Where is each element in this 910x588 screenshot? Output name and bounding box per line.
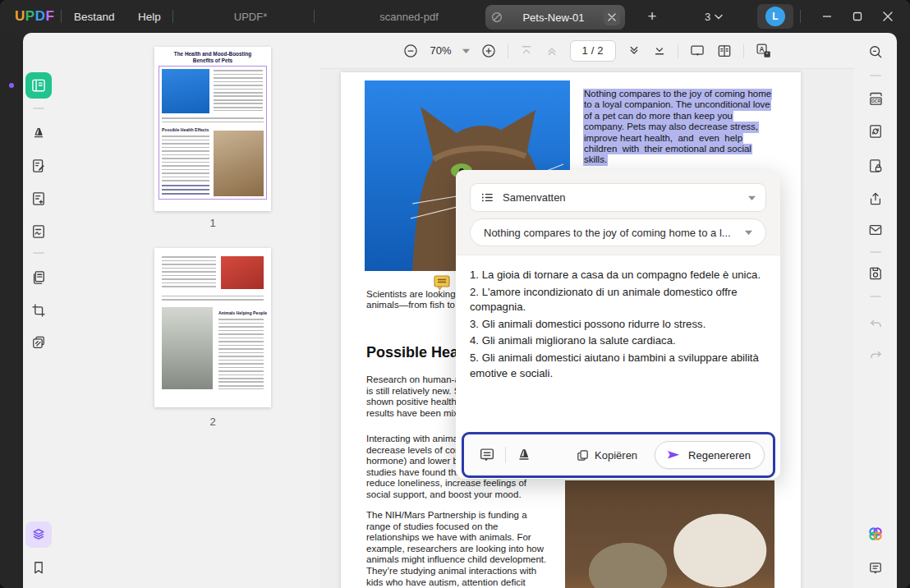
text-line: 2. L'amore incondizionato di un animale … <box>470 285 767 315</box>
share-icon[interactable] <box>862 186 889 212</box>
account-button[interactable]: L <box>757 4 793 29</box>
maximize-button[interactable] <box>843 3 871 30</box>
divider <box>33 252 44 254</box>
dropdown-value: Samenvatten <box>503 191 740 204</box>
chevron-down-icon <box>748 195 756 200</box>
first-page-icon[interactable] <box>519 44 534 58</box>
regenerate-button[interactable]: Regenereren <box>655 441 765 469</box>
highlighted-paragraph[interactable]: Nothing compares to the joy of coming ho… <box>583 89 757 166</box>
source-text-dropdown[interactable]: Nothing compares to the joy of coming ho… <box>470 218 766 246</box>
copy-button[interactable]: Kopiëren <box>570 448 643 462</box>
undo-icon[interactable] <box>862 311 889 338</box>
svg-text:OCR: OCR <box>871 99 880 103</box>
thumb-title: The Health and Mood-Boosting Benefits of… <box>154 51 271 63</box>
new-tab-button[interactable]: + <box>641 5 664 28</box>
copy-label: Kopiëren <box>595 449 637 462</box>
tab-pets-new-01[interactable]: Pets-New-01 <box>485 5 625 30</box>
ai-mode-dropdown[interactable]: Samenvatten <box>470 183 766 212</box>
ai-assistant-icon[interactable] <box>862 521 889 547</box>
updf-logo: UPDF <box>15 8 54 25</box>
redo-icon[interactable] <box>862 342 889 369</box>
close-button[interactable] <box>874 3 902 30</box>
presentation-mode-icon[interactable] <box>689 43 705 59</box>
text-line: company. Pets may also decrease stress, <box>583 122 759 132</box>
left-toolbar <box>23 33 54 588</box>
menu-help[interactable]: Help <box>138 0 161 33</box>
thumb-heading: Animals Helping People <box>218 310 267 315</box>
next-page-icon[interactable] <box>627 44 641 58</box>
copy-icon <box>576 448 590 462</box>
divider <box>870 75 881 76</box>
dropdown-value: Nothing compares to the joy of coming ho… <box>484 227 745 239</box>
text-line: 1. La gioia di tornare a casa da un comp… <box>470 268 767 283</box>
feedback-icon[interactable] <box>862 555 889 581</box>
convert-icon[interactable] <box>862 118 889 145</box>
right-edge-strip <box>897 33 910 588</box>
minimize-button[interactable] <box>813 3 841 30</box>
view-toolbar: 70% 1 / 2 A* <box>320 33 854 69</box>
popup-header: Samenvatten Nothing compares to the joy … <box>456 170 780 255</box>
page-number-input[interactable]: 1 / 2 <box>570 40 616 62</box>
watermark-tool-icon[interactable] <box>25 329 52 356</box>
zoom-in-icon[interactable] <box>480 43 497 59</box>
updf-app-window: UPDF Bestand Help UPDF* scanned-pdf Pets… <box>0 0 910 588</box>
annotate-comment-icon[interactable] <box>472 446 502 464</box>
thumb-cat-image <box>162 69 209 113</box>
zoom-out-icon[interactable] <box>402 43 419 59</box>
reader-mode-icon[interactable] <box>25 72 52 99</box>
chevron-down-icon <box>715 14 723 20</box>
highlighter-icon[interactable] <box>25 120 52 146</box>
zoom-level: 70% <box>430 44 451 57</box>
text-line: kids who have autism, attention deficit <box>366 577 546 588</box>
thumb-heading: Possible Health Effects <box>162 127 209 132</box>
mail-icon[interactable] <box>862 217 889 243</box>
text-line: 5. Gli animali domestici aiutano i bambi… <box>470 351 767 381</box>
window-count-dropdown[interactable]: 3 <box>705 7 723 26</box>
layers-panel-icon[interactable] <box>25 521 52 548</box>
signature-tool-icon[interactable] <box>25 218 52 245</box>
reading-mode-icon[interactable] <box>716 43 733 59</box>
text-line: of a pet can do more than keep you <box>583 111 733 122</box>
selection-toolbar: Kopiëren Regenereren <box>462 432 775 478</box>
bookmark-panel-icon[interactable] <box>25 554 52 581</box>
text-line: to a loyal companion. The unconditional … <box>583 99 771 110</box>
tab-label: Pets-New-01 <box>503 11 604 24</box>
tab-label: scanned-pdf <box>379 11 439 23</box>
thumb-dog-image <box>214 131 264 196</box>
highlight-text-icon[interactable] <box>509 446 539 464</box>
divider <box>508 44 508 58</box>
page-number-label: 2 <box>154 416 271 428</box>
divider <box>61 10 62 23</box>
last-page-icon[interactable] <box>652 44 667 58</box>
summary-result: 1. La gioia di tornare a casa da un comp… <box>470 268 767 383</box>
right-toolbar: OCR <box>854 33 897 588</box>
send-icon <box>665 447 682 463</box>
translate-icon[interactable]: A* <box>755 42 772 59</box>
search-icon[interactable] <box>862 39 889 65</box>
text-line: range of studies focused on the <box>366 521 546 533</box>
tab-close-icon[interactable] <box>604 9 620 25</box>
comment-tool-icon[interactable] <box>25 153 52 179</box>
divider <box>172 10 173 23</box>
logo-letter: U <box>15 8 25 24</box>
divider <box>33 108 44 109</box>
thumb-text-block <box>162 296 264 301</box>
ocr-icon[interactable]: OCR <box>862 85 889 112</box>
window-count-value: 3 <box>705 11 710 23</box>
protect-icon[interactable] <box>862 153 889 179</box>
paragraph: The NIH/Mars Partnership is funding aran… <box>366 510 546 588</box>
crop-tool-icon[interactable] <box>25 297 52 324</box>
chevron-down-icon <box>745 230 752 235</box>
zoom-dropdown-icon[interactable] <box>462 48 470 53</box>
organize-pages-icon[interactable] <box>25 264 52 291</box>
svg-text:A: A <box>759 45 764 53</box>
menu-bestand[interactable]: Bestand <box>74 0 115 33</box>
divider <box>505 447 506 463</box>
page-thumbnail-1[interactable]: The Health and Mood-Boosting Benefits of… <box>154 47 271 211</box>
tab-updf[interactable]: UPDF* <box>189 0 312 33</box>
tab-scanned-pdf[interactable]: scanned-pdf <box>337 0 481 33</box>
previous-page-icon[interactable] <box>545 44 559 58</box>
page-thumbnail-2[interactable]: Animals Helping People <box>154 248 271 407</box>
form-tool-icon[interactable] <box>25 186 52 212</box>
save-icon[interactable] <box>862 260 889 287</box>
